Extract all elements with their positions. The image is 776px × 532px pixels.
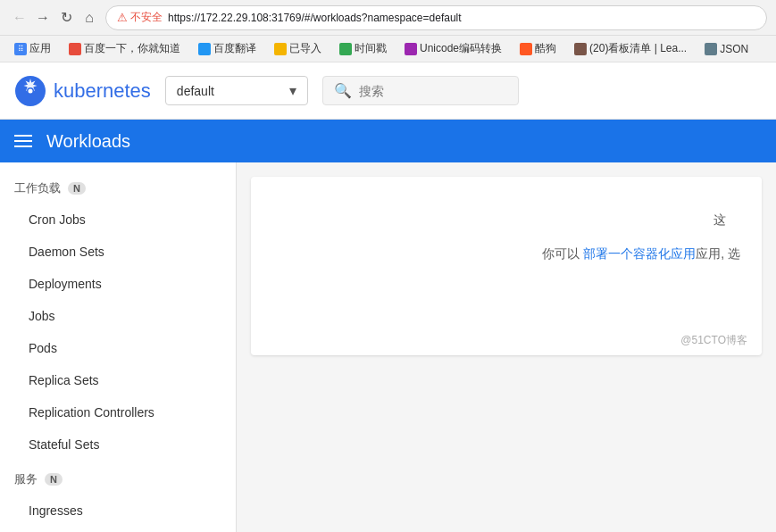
kubernetes-icon — [14, 75, 46, 107]
sidebar-section-workloads: 工作负载 N — [0, 170, 236, 204]
bookmark-json[interactable]: JSON — [699, 41, 754, 57]
section-workloads-title: 工作负载 — [14, 180, 61, 196]
content-area: 这 你可以 部署一个容器化应用应用, 选 @51CTO博客 — [237, 162, 776, 532]
sidebar-item-replica-sets-label: Replica Sets — [29, 373, 99, 387]
bookmark-baidu1[interactable]: 百度一下，你就知道 — [63, 39, 186, 58]
watermark: @51CTO博客 — [680, 333, 747, 348]
sidebar-item-cron-jobs-label: Cron Jobs — [29, 212, 86, 227]
namespace-selector[interactable]: default ▾ — [165, 76, 308, 105]
address-bar[interactable]: ⚠ 不安全 https://172.22.29.108:31769/#/work… — [105, 5, 767, 30]
hamburger-button[interactable] — [14, 135, 32, 147]
bookmark-koudou-label: 酷狗 — [535, 41, 556, 56]
content-message: 这 — [272, 198, 740, 243]
bookmark-lookboard[interactable]: (20)看板清单 | Lea... — [569, 39, 692, 58]
forward-button[interactable]: → — [32, 7, 54, 29]
kubernetes-title: kubernetes — [54, 79, 151, 103]
security-warning: ⚠ 不安全 — [117, 10, 163, 25]
sidebar-item-replica-sets[interactable]: Replica Sets — [0, 364, 236, 396]
app-container: kubernetes default ▾ 🔍 Workloads 工作负载 N — [0, 62, 776, 532]
bookmarks-bar: ⠿ 应用 百度一下，你就知道 百度翻译 已导入 时间戳 Unicode编码转换 … — [0, 36, 776, 62]
sidebar-section-services: 服务 N — [0, 461, 236, 495]
unicode-icon — [405, 43, 417, 55]
deploy-link[interactable]: 部署一个容器化应用 — [583, 246, 696, 261]
bookmark-daoru-label: 已导入 — [289, 41, 321, 56]
sidebar-item-jobs[interactable]: Jobs — [0, 300, 236, 332]
bookmark-daoru[interactable]: 已导入 — [269, 39, 327, 58]
security-text: 不安全 — [130, 10, 163, 25]
svg-point-2 — [29, 88, 33, 93]
search-icon: 🔍 — [334, 82, 352, 99]
apps-icon: ⠿ — [14, 43, 27, 55]
section-services-title: 服务 — [14, 471, 38, 487]
baidu1-icon — [69, 43, 81, 55]
warning-icon: ⚠ — [117, 11, 128, 24]
bookmark-unicode[interactable]: Unicode编码转换 — [399, 39, 507, 58]
page-title: Workloads — [46, 131, 130, 152]
koudou-icon — [520, 43, 532, 55]
main-layout: 工作负载 N Cron Jobs Daemon Sets Deployments… — [0, 162, 776, 532]
content-panel: 这 你可以 部署一个容器化应用应用, 选 @51CTO博客 — [251, 177, 762, 355]
back-button[interactable]: ← — [9, 7, 30, 29]
sidebar-item-stateful-sets-label: Stateful Sets — [29, 437, 99, 452]
bookmark-time[interactable]: 时间戳 — [334, 39, 392, 58]
bookmark-fanyi[interactable]: 百度翻译 — [193, 39, 262, 58]
daoru-icon — [274, 43, 287, 55]
reload-button[interactable]: ↻ — [55, 7, 77, 29]
top-nav: kubernetes default ▾ 🔍 — [0, 62, 776, 120]
bookmark-baidu1-label: 百度一下，你就知道 — [84, 41, 180, 56]
sidebar-item-daemon-sets[interactable]: Daemon Sets — [0, 236, 236, 268]
sidebar: 工作负载 N Cron Jobs Daemon Sets Deployments… — [0, 162, 237, 532]
hamburger-line-3 — [14, 145, 32, 147]
hamburger-line-2 — [14, 140, 32, 142]
header-bar: Workloads — [0, 120, 776, 162]
bookmark-json-label: JSON — [720, 43, 748, 55]
bookmark-lookboard-label: (20)看板清单 | Lea... — [589, 41, 687, 56]
sidebar-item-ingresses[interactable]: Ingresses — [0, 495, 236, 527]
lookboard-icon — [574, 43, 587, 55]
sidebar-item-replication-controllers-label: Replication Controllers — [29, 405, 154, 420]
chevron-down-icon: ▾ — [289, 82, 296, 99]
sidebar-item-cron-jobs[interactable]: Cron Jobs — [0, 204, 236, 236]
sidebar-item-ingresses-label: Ingresses — [29, 503, 83, 518]
search-input[interactable] — [359, 84, 484, 98]
sidebar-item-pods[interactable]: Pods — [0, 332, 236, 364]
search-bar[interactable]: 🔍 — [322, 76, 519, 105]
sidebar-item-deployments[interactable]: Deployments — [0, 268, 236, 300]
section-services-badge: N — [45, 473, 63, 486]
bookmark-unicode-label: Unicode编码转换 — [420, 41, 502, 56]
nav-buttons: ← → ↻ ⌂ — [9, 7, 100, 29]
bookmark-apps[interactable]: ⠿ 应用 — [9, 39, 56, 58]
bookmark-koudou[interactable]: 酷狗 — [514, 39, 562, 58]
content-suffix: 应用, 选 — [696, 246, 740, 261]
sidebar-item-jobs-label: Jobs — [29, 309, 55, 323]
bookmark-apps-label: 应用 — [29, 41, 51, 56]
sidebar-item-deployments-label: Deployments — [29, 277, 102, 291]
namespace-value: default — [177, 84, 282, 98]
home-button[interactable]: ⌂ — [79, 7, 100, 29]
json-icon — [705, 43, 717, 55]
section-workloads-badge: N — [68, 182, 86, 195]
sidebar-item-replication-controllers[interactable]: Replication Controllers — [0, 396, 236, 428]
url-text: https://172.22.29.108:31769/#/workloads?… — [168, 12, 755, 24]
browser-chrome: ← → ↻ ⌂ ⚠ 不安全 https://172.22.29.108:3176… — [0, 0, 776, 62]
content-body-text: 你可以 — [542, 246, 583, 261]
sidebar-item-pods-label: Pods — [29, 341, 57, 355]
fanyi-icon — [198, 43, 211, 55]
time-icon — [339, 43, 352, 55]
bookmark-fanyi-label: 百度翻译 — [213, 41, 256, 56]
content-subtext: 你可以 部署一个容器化应用应用, 选 — [272, 243, 740, 266]
kubernetes-logo: kubernetes — [14, 75, 151, 107]
bookmark-time-label: 时间戳 — [355, 41, 387, 56]
sidebar-item-daemon-sets-label: Daemon Sets — [29, 245, 104, 259]
content-message-prefix: 这 — [713, 212, 726, 227]
browser-toolbar: ← → ↻ ⌂ ⚠ 不安全 https://172.22.29.108:3176… — [0, 0, 776, 36]
hamburger-line-1 — [14, 135, 32, 137]
sidebar-item-stateful-sets[interactable]: Stateful Sets — [0, 428, 236, 461]
